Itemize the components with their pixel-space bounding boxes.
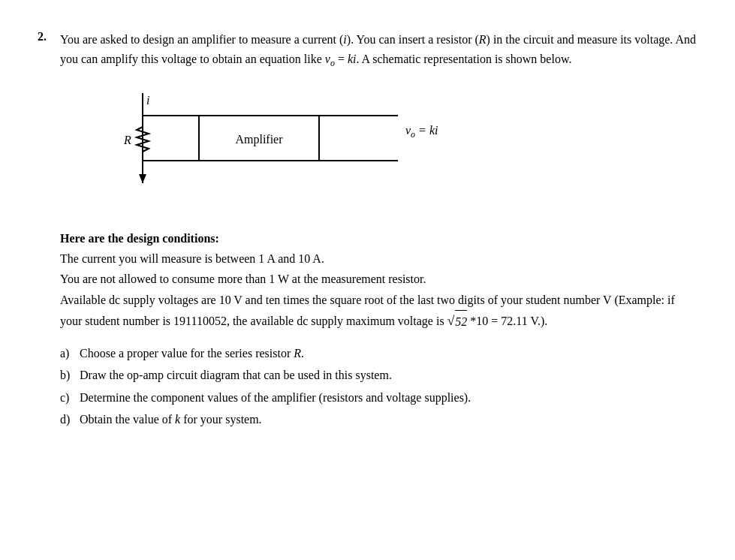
k-variable: k [175, 413, 180, 426]
intro-text: You are asked to design an amplifier to … [60, 33, 696, 65]
i-label: i [146, 94, 149, 107]
sub-items: a) Choose a proper value for the series … [60, 344, 697, 429]
sub-text-b: Draw the op-amp circuit diagram that can… [80, 366, 392, 385]
i-variable: i [343, 33, 346, 46]
question-number: 2. [38, 30, 53, 432]
vo-eq-label: vo = ki [405, 124, 438, 140]
circuit-svg: i R Amplifier [83, 86, 458, 213]
sub-label-a: a) [60, 344, 74, 363]
sub-item-d: d) Obtain the value of k for your system… [60, 410, 697, 429]
sub-item-b: b) Draw the op-amp circuit diagram that … [60, 366, 697, 385]
condition2: You are not allowed to consume more than… [60, 269, 697, 289]
condition1: The current you will measure is between … [60, 248, 697, 269]
vo-variable: vo [325, 53, 335, 65]
conditions-title: Here are the design conditions: [60, 228, 697, 248]
ki-expr: ki [348, 53, 357, 65]
down-arrow [139, 174, 146, 183]
R-var-a: R [294, 347, 301, 360]
sub-text-c: Determine the component values of the am… [80, 388, 471, 408]
question-block: 2. You are asked to design an amplifier … [38, 30, 697, 432]
question-text: You are asked to design an amplifier to … [60, 30, 697, 432]
sub-text-a: Choose a proper value for the series res… [80, 344, 304, 363]
sub-item-c: c) Determine the component values of the… [60, 388, 697, 408]
sub-label-d: d) [60, 410, 74, 429]
sub-label-c: c) [60, 388, 74, 408]
amplifier-label: Amplifier [235, 133, 283, 146]
condition3: Available dc supply voltages are 10 V an… [60, 290, 697, 333]
sub-item-a: a) Choose a proper value for the series … [60, 344, 697, 363]
R-variable: R [479, 33, 486, 46]
sub-label-b: b) [60, 366, 74, 385]
sub-text-d: Obtain the value of k for your system. [80, 410, 262, 429]
circuit-diagram: i R Amplifier [83, 86, 496, 213]
R-label: R [123, 134, 131, 146]
design-conditions: Here are the design conditions: The curr… [60, 228, 697, 333]
sqrt-expression: √52 [447, 310, 468, 333]
